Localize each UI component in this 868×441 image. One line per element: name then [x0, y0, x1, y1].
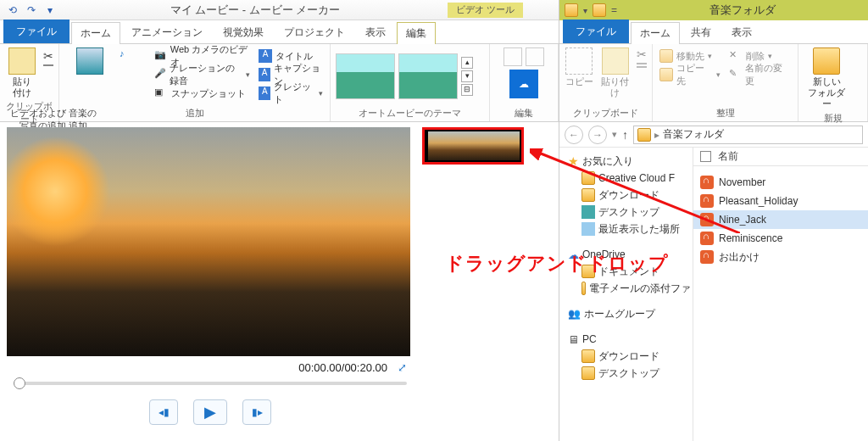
- paste-icon: [8, 47, 36, 75]
- tree-fav-1[interactable]: ダウンロード: [565, 187, 691, 204]
- tree-fav-2-label: デスクトップ: [598, 205, 659, 220]
- redo-button[interactable]: ↷: [24, 3, 39, 18]
- tab-edit[interactable]: 編集: [397, 22, 436, 44]
- ex-paste-button[interactable]: 貼り付け: [599, 47, 632, 98]
- seek-thumb[interactable]: [14, 377, 25, 389]
- ex-tab-view[interactable]: 表示: [722, 21, 761, 43]
- theme-scroll-up[interactable]: ▴: [461, 57, 473, 69]
- tab-animation[interactable]: アニメーション: [122, 21, 212, 43]
- ribbon-group-edit: ☁ 編集: [490, 44, 559, 121]
- ex-copypath-icon[interactable]: [637, 63, 647, 64]
- timeline-drop-target[interactable]: [422, 127, 524, 165]
- undo-button[interactable]: ⟲: [5, 3, 20, 18]
- credit-button[interactable]: Aクレジット▾: [257, 85, 325, 102]
- copyto-label: コピー先: [676, 62, 713, 87]
- add-media-button[interactable]: [64, 47, 115, 76]
- tree-od-0[interactable]: ドキュメント: [565, 263, 691, 280]
- ex-ribbon: コピー 貼り付け ✂ クリップボード 移動先▾ コピー先▾: [559, 44, 868, 122]
- folder-icon: [581, 282, 586, 295]
- select-all-checkbox[interactable]: [700, 151, 711, 162]
- ex-address-bar: ← → ▾ ↑ ▸ 音楽フォルダ: [559, 122, 868, 148]
- narration-label: ナレーションの録音: [170, 62, 242, 87]
- new-folder-label: 新しい フォルダー: [804, 76, 849, 110]
- rename-button[interactable]: ✎名前の変更: [727, 66, 793, 83]
- nav-up-button[interactable]: ↑: [622, 128, 628, 142]
- copy-icon[interactable]: [43, 64, 53, 66]
- qat-dropdown[interactable]: ▾: [42, 3, 58, 18]
- desktop-icon: [581, 205, 595, 219]
- file-3-name: Reminiscence: [719, 232, 782, 244]
- rotate-right-button[interactable]: [526, 47, 544, 66]
- tab-view[interactable]: 表示: [356, 21, 395, 43]
- file-row-3[interactable]: Reminiscence: [693, 229, 868, 248]
- tree-fav-0[interactable]: Creative Cloud F: [565, 170, 691, 187]
- file-row-1[interactable]: Pleasant_Holiday: [693, 192, 868, 210]
- ex-ribbon-tabs: ファイル ホーム 共有 表示: [559, 20, 868, 44]
- tree-pc-0-label: ダウンロード: [598, 349, 659, 364]
- tree-fav-3-label: 最近表示した場所: [598, 222, 680, 237]
- ex-paste-label: 貼り付け: [599, 76, 632, 98]
- file-row-0[interactable]: November: [693, 173, 868, 192]
- nav-forward-button[interactable]: →: [588, 126, 607, 144]
- credit-label: クレジット: [274, 81, 315, 106]
- narration-button[interactable]: 🎤ナレーションの録音▾: [153, 66, 252, 83]
- ex-tab-file[interactable]: ファイル: [563, 20, 629, 43]
- play-button[interactable]: ▶: [193, 399, 227, 425]
- tab-file[interactable]: ファイル: [3, 20, 70, 43]
- theme-thumb-1[interactable]: [336, 53, 395, 99]
- theme-gallery[interactable]: ⊟: [461, 84, 473, 96]
- theme-thumb-2[interactable]: [398, 53, 458, 99]
- tree-od-1[interactable]: 電子メールの添付ファ: [565, 280, 691, 297]
- ex-clipboard-label: クリップボード: [565, 105, 647, 120]
- tree-pc[interactable]: 🖥PC: [565, 331, 691, 348]
- seek-track: [14, 382, 407, 385]
- timecode: 00:00.00/00:20.00: [298, 361, 387, 374]
- copy-to-button[interactable]: コピー先▾: [658, 66, 722, 83]
- theme-scroll-down[interactable]: ▾: [461, 70, 473, 82]
- preview-video[interactable]: [7, 127, 410, 356]
- tab-project[interactable]: プロジェクト: [275, 21, 354, 43]
- music-note-icon: ♪: [120, 47, 147, 75]
- file-row-4[interactable]: お出かけ: [693, 248, 868, 266]
- nav-history-dropdown[interactable]: ▾: [612, 129, 617, 140]
- cut-icon[interactable]: ✂: [43, 49, 53, 63]
- column-name[interactable]: 名前: [718, 149, 738, 164]
- tree-fav-3[interactable]: 最近表示した場所: [565, 220, 691, 237]
- prev-frame-button[interactable]: ◂▮: [149, 399, 178, 425]
- ex-cut-icon[interactable]: ✂: [637, 47, 647, 61]
- seek-bar[interactable]: [7, 374, 414, 393]
- ex-pasteshortcut-icon[interactable]: [637, 66, 647, 68]
- tree-fav-0-label: Creative Cloud F: [598, 172, 675, 184]
- add-group-label: 追加: [186, 108, 204, 118]
- fullscreen-button[interactable]: ⤢: [398, 361, 407, 374]
- tree-pc-1-label: デスクトップ: [598, 366, 659, 381]
- add-music-button[interactable]: ♪: [119, 47, 147, 76]
- snapshot-button[interactable]: ▣スナップショット: [153, 85, 252, 102]
- address-box[interactable]: ▸ 音楽フォルダ: [633, 126, 863, 144]
- tree-favorites[interactable]: ★お気に入り: [565, 153, 691, 170]
- cloud-icon: ☁: [519, 78, 529, 90]
- tree-fav-2[interactable]: デスクトップ: [565, 204, 691, 220]
- share-tile[interactable]: ☁: [509, 70, 538, 98]
- nav-back-button[interactable]: ←: [565, 126, 583, 144]
- list-header[interactable]: 名前: [693, 148, 868, 166]
- timeline-pane[interactable]: [417, 122, 559, 441]
- paste-button[interactable]: 貼り 付け: [5, 47, 38, 98]
- address-text: 音楽フォルダ: [663, 127, 724, 142]
- new-folder-button[interactable]: 新しい フォルダー: [804, 47, 849, 110]
- tree-homegroup[interactable]: 👥ホームグループ: [565, 305, 691, 322]
- ex-tab-share[interactable]: 共有: [682, 21, 721, 43]
- rotate-left-button[interactable]: [504, 47, 522, 66]
- tab-visual-effects[interactable]: 視覚効果: [214, 21, 273, 43]
- ex-copy-button[interactable]: コピー: [565, 47, 594, 87]
- mm-body: 00:00.00/00:20.00 ⤢ ◂▮ ▶ ▮▸: [0, 122, 559, 441]
- tree-pc-1[interactable]: デスクトップ: [565, 365, 691, 382]
- ex-tab-home[interactable]: ホーム: [631, 22, 680, 44]
- file-row-2[interactable]: Nine_Jack: [693, 210, 868, 229]
- tab-home[interactable]: ホーム: [71, 22, 120, 44]
- cloud-icon: ☁: [568, 248, 579, 261]
- tree-pc-0[interactable]: ダウンロード: [565, 348, 691, 365]
- next-frame-button[interactable]: ▮▸: [242, 399, 271, 425]
- folder-icon: [565, 3, 578, 17]
- tree-onedrive[interactable]: ☁OneDrive: [565, 246, 691, 263]
